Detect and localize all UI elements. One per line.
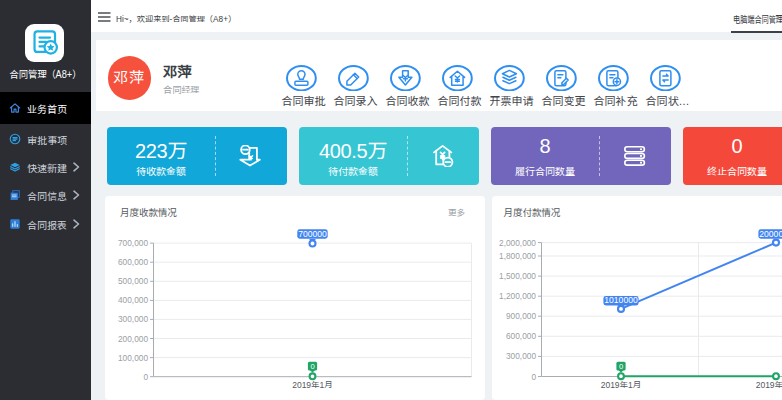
svg-text:2000000: 2000000 [759,229,782,239]
svg-text:1010000: 1010000 [604,295,638,305]
svg-text:500,000: 500,000 [118,276,148,286]
svg-text:700000: 700000 [298,229,327,239]
svg-text:600,000: 600,000 [506,331,536,341]
svg-text:200,000: 200,000 [118,334,148,344]
svg-text:1,800,000: 1,800,000 [499,251,536,261]
svg-text:1,200,000: 1,200,000 [499,291,536,301]
svg-text:1,500,000: 1,500,000 [499,271,536,281]
svg-text:300,000: 300,000 [118,314,148,324]
svg-text:2,000,000: 2,000,000 [499,238,536,248]
svg-text:0: 0 [531,372,536,382]
svg-text:700,000: 700,000 [118,238,148,248]
svg-text:月度收款情况: 月度收款情况 [120,207,178,218]
svg-text:月度付款情况: 月度付款情况 [504,207,562,218]
svg-text:2019年2月: 2019年2月 [756,380,782,390]
svg-text:2019年1月: 2019年1月 [292,380,333,390]
svg-text:600,000: 600,000 [118,257,148,267]
svg-text:400,000: 400,000 [118,295,148,305]
svg-text:0: 0 [619,362,623,371]
svg-text:900,000: 900,000 [506,311,536,321]
svg-text:300,000: 300,000 [506,351,536,361]
svg-text:0: 0 [143,372,148,382]
svg-text:2019年1月: 2019年1月 [601,380,642,390]
svg-text:0: 0 [310,362,314,371]
svg-text:100,000: 100,000 [118,353,148,363]
svg-text:更多: 更多 [448,208,466,218]
